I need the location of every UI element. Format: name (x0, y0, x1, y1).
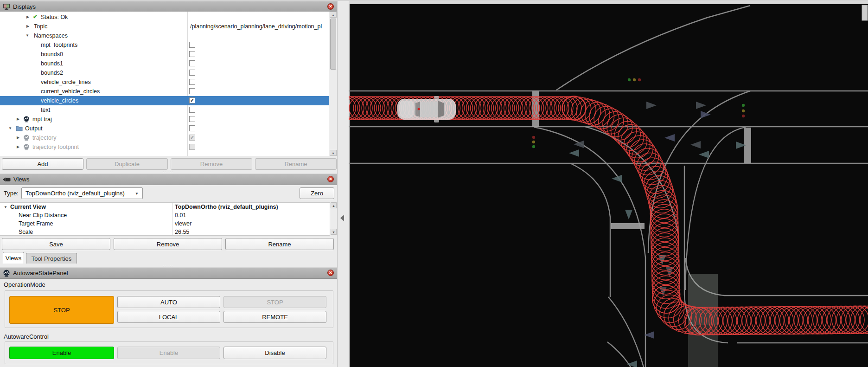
displays-close-icon[interactable]: ✕ (327, 3, 334, 10)
autoware-panel-titlebar[interactable]: AutowareStatePanel ✕ (0, 267, 337, 279)
tree-label: trajectory footprint (32, 144, 79, 150)
remove-button[interactable]: Remove (114, 238, 222, 250)
cv-value[interactable]: viewer (175, 220, 191, 227)
topic-value[interactable]: /planning/scenario_planning/lane_driving… (190, 23, 322, 30)
ego-vehicle-roof (420, 102, 438, 117)
cv-row-near-clip[interactable]: Near Clip Distance 0.01 (0, 211, 330, 219)
cv-row-scale[interactable]: Scale 26.55 (0, 228, 330, 236)
chevron-right-icon[interactable]: ▶ (17, 117, 19, 121)
tree-row-bounds1[interactable]: bounds1 (0, 59, 329, 68)
tree-row-namespaces[interactable]: ▼Namespaces (0, 31, 329, 40)
scroll-down-icon[interactable]: ▼ (331, 229, 337, 235)
remote-button[interactable]: REMOTE (223, 311, 326, 323)
tree-row-topic[interactable]: ▶Topic/planning/scenario_planning/lane_d… (0, 22, 329, 31)
checkbox-vehicle-circles[interactable]: ✓ (189, 97, 195, 103)
chevron-right-icon[interactable]: ▶ (26, 15, 29, 19)
rename-button[interactable]: Rename (225, 238, 334, 250)
tree-row-vehicle-circle-lines[interactable]: vehicle_circle_lines (0, 77, 329, 87)
views-panel-icon (3, 177, 11, 182)
disable-button[interactable]: Disable (223, 347, 326, 359)
checkbox-bounds1[interactable] (189, 60, 195, 66)
view-type-combobox[interactable]: TopDownOrtho (rviz_default_plugins) ▼ (21, 187, 143, 199)
tree-row-text[interactable]: text (0, 105, 329, 115)
ego-base-link-dot (418, 108, 420, 110)
displays-panel-title: Displays (13, 3, 36, 10)
views-close-icon[interactable]: ✕ (327, 176, 334, 182)
cv-name: Target Frame (19, 220, 53, 227)
traffic-light-dot (638, 78, 641, 81)
tree-row-mpt-footprints[interactable]: mpt_footprints (0, 40, 329, 50)
tree-label: vehicle_circles (41, 97, 78, 104)
cv-row-current-view[interactable]: ▼ Current View TopDownOrtho (rviz_defaul… (0, 203, 330, 211)
tree-row-bounds0[interactable]: bounds0 (0, 50, 329, 59)
checkbox-mpt-traj[interactable] (189, 116, 195, 122)
viewport-left-edge (349, 4, 350, 367)
checkbox-current-vehicle-circles[interactable] (189, 88, 195, 94)
scroll-up-icon[interactable]: ▲ (331, 202, 337, 208)
chevron-down-icon[interactable]: ▼ (4, 205, 7, 209)
checkbox-output[interactable] (189, 125, 195, 131)
cv-value[interactable]: 26.55 (175, 229, 189, 235)
chevron-down-icon[interactable]: ▼ (26, 33, 29, 38)
viewport-canvas (349, 0, 868, 367)
scroll-down-icon[interactable]: ▼ (330, 150, 337, 156)
tree-label: current_vehicle_circles (41, 88, 100, 95)
cv-row-target-frame[interactable]: Target Frame viewer (0, 219, 330, 228)
checkbox-text[interactable] (189, 107, 195, 113)
tree-label: Output (25, 125, 43, 132)
auto-button[interactable]: AUTO (117, 296, 220, 308)
checkbox-trajectory-footprint (189, 144, 195, 150)
chevron-right-icon[interactable]: ▶ (17, 135, 19, 140)
tree-row-mpt-traj[interactable]: ▶mpt traj (0, 115, 329, 124)
chevron-right-icon[interactable]: ▶ (17, 145, 19, 149)
views-panel-titlebar[interactable]: Views ✕ (0, 174, 337, 185)
chevron-down-icon[interactable]: ▼ (8, 126, 12, 130)
tree-row-trajectory[interactable]: ▶trajectory✓ (0, 133, 329, 142)
tree-row-current-vehicle-circles[interactable]: current_vehicle_circles (0, 87, 329, 96)
checkbox-vehicle-circle-lines[interactable] (189, 79, 195, 85)
tree-row-vehicle-circles[interactable]: vehicle_circles✓ (0, 96, 329, 105)
checkbox-mpt-footprints[interactable] (189, 42, 195, 48)
tree-row-trajectory-footprint[interactable]: ▶trajectory footprint (0, 142, 329, 152)
tree-row-output[interactable]: ▼Output (0, 124, 329, 133)
tab-tool-properties[interactable]: Tool Properties (26, 253, 77, 264)
chevron-down-icon: ▼ (135, 192, 139, 196)
chevron-right-icon[interactable]: ▶ (26, 24, 29, 28)
tree-label: bounds0 (41, 51, 63, 58)
current-view-table[interactable]: ▼ Current View TopDownOrtho (rviz_defaul… (0, 202, 330, 236)
cv-value[interactable]: 0.01 (175, 212, 186, 219)
tree-row-status-ok[interactable]: ▶✔Status: Ok (0, 13, 329, 22)
autoware-close-icon[interactable]: ✕ (327, 270, 334, 276)
building-footprint-top (688, 274, 718, 325)
save-button[interactable]: Save (2, 238, 110, 250)
traffic-light-dot (532, 145, 535, 148)
stop-active-button[interactable]: STOP (9, 296, 114, 324)
traffic-light-dot (633, 78, 636, 81)
enable-disabled-button: Enable (117, 347, 220, 359)
type-label: Type: (4, 190, 19, 197)
displays-tree[interactable]: ▶✔Status: Ok▶Topic/planning/scenario_pla… (0, 12, 329, 156)
local-button[interactable]: LOCAL (117, 311, 220, 323)
tree-row-bounds2[interactable]: bounds2 (0, 68, 329, 77)
3d-viewport[interactable] (349, 0, 868, 367)
displays-panel-titlebar[interactable]: Displays ✕ (0, 1, 337, 13)
checkbox-bounds2[interactable] (189, 70, 195, 76)
tree-label: Status: Ok (41, 14, 68, 20)
scrollbar-thumb[interactable] (330, 19, 336, 70)
cv-name: Near Clip Distance (19, 212, 67, 219)
tab-views[interactable]: Views (3, 252, 24, 264)
panel-splitter[interactable] (337, 0, 349, 367)
current-view-scrollbar[interactable]: ▲ ▼ (330, 202, 337, 235)
scroll-up-icon[interactable]: ▲ (330, 12, 337, 18)
collapse-left-icon[interactable] (340, 215, 344, 221)
displays-tree-scrollbar[interactable]: ▲ ▼ (329, 12, 337, 156)
tree-label: trajectory (32, 135, 56, 141)
duplicate-display-button: Duplicate (86, 158, 168, 170)
autoware-display-icon (23, 144, 30, 152)
autoware-display-icon (23, 135, 30, 142)
checkbox-bounds0[interactable] (189, 51, 195, 57)
zero-button[interactable]: Zero (300, 187, 334, 199)
enable-active-button[interactable]: Enable (9, 347, 114, 359)
add-display-button[interactable]: Add (2, 158, 83, 170)
panel-resize-handle[interactable]: ····· (0, 170, 337, 173)
